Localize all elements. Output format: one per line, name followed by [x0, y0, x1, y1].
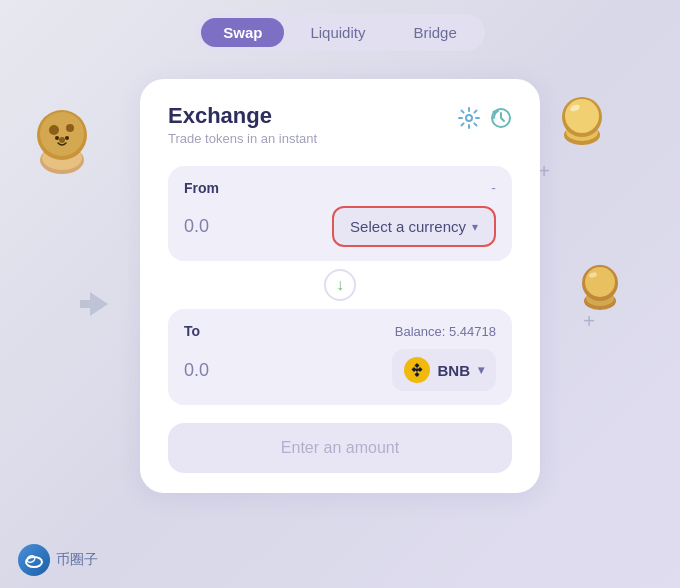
svg-marker-23 [414, 363, 419, 368]
history-icon [490, 107, 512, 129]
card-icon-group [458, 107, 512, 129]
svg-point-9 [564, 125, 600, 145]
svg-point-7 [55, 136, 59, 140]
svg-point-19 [588, 271, 597, 278]
tab-bar: Swap Liquidity Bridge [195, 14, 485, 51]
svg-marker-25 [414, 372, 419, 377]
plus-decoration-1: + [538, 160, 550, 183]
tab-bridge[interactable]: Bridge [391, 18, 478, 47]
from-panel-bottom-row: 0.0 Select a currency ▾ [184, 206, 496, 247]
settings-button[interactable] [458, 107, 480, 129]
from-panel: From - 0.0 Select a currency ▾ [168, 166, 512, 261]
svg-point-8 [65, 136, 69, 140]
svg-point-12 [565, 99, 599, 133]
svg-point-10 [566, 123, 598, 141]
tab-swap[interactable]: Swap [201, 18, 284, 47]
select-currency-chevron-icon: ▾ [472, 220, 478, 234]
svg-point-16 [586, 290, 614, 306]
from-panel-top-row: From - [184, 180, 496, 196]
arrow-decoration-left [80, 290, 108, 322]
card-title: Exchange [168, 103, 317, 129]
coin-decoration-right-top [555, 90, 610, 149]
to-balance: Balance: 5.44718 [395, 324, 496, 339]
to-panel: To Balance: 5.44718 0.0 BNB ▾ [168, 309, 512, 405]
svg-point-5 [66, 124, 74, 132]
exchange-card: Exchange Trade tokens in an instant [140, 79, 540, 493]
swap-direction-button[interactable]: ↓ [324, 269, 356, 301]
svg-point-15 [584, 292, 616, 310]
watermark-icon [18, 544, 50, 576]
svg-point-20 [466, 115, 472, 121]
to-panel-bottom-row: 0.0 BNB ▾ [184, 349, 496, 391]
svg-point-13 [569, 103, 580, 112]
to-amount: 0.0 [184, 360, 209, 381]
to-panel-top-row: To Balance: 5.44718 [184, 323, 496, 339]
svg-point-0 [40, 146, 84, 174]
svg-point-17 [582, 265, 618, 301]
svg-point-4 [49, 125, 59, 135]
svg-point-18 [585, 267, 615, 297]
settings-icon [458, 107, 480, 129]
from-dash: - [491, 180, 496, 196]
svg-point-3 [40, 112, 84, 156]
card-header: Exchange Trade tokens in an instant [168, 103, 512, 146]
arrow-down-icon: ↓ [336, 276, 344, 294]
token-chevron-icon: ▾ [478, 363, 484, 377]
card-title-section: Exchange Trade tokens in an instant [168, 103, 317, 146]
bnb-icon [404, 357, 430, 383]
tab-liquidity[interactable]: Liquidity [288, 18, 387, 47]
svg-point-2 [37, 110, 87, 160]
plus-decoration-2: + [583, 310, 595, 333]
select-currency-button[interactable]: Select a currency ▾ [332, 206, 496, 247]
coin-decoration-right-bottom [575, 260, 625, 314]
svg-point-1 [42, 146, 82, 170]
swap-arrow-container: ↓ [168, 269, 512, 301]
svg-marker-14 [80, 292, 108, 316]
svg-point-11 [562, 97, 602, 137]
history-button[interactable] [490, 107, 512, 129]
to-label: To [184, 323, 200, 339]
select-currency-label: Select a currency [350, 218, 466, 235]
token-label: BNB [438, 362, 471, 379]
watermark: 币圈子 [18, 544, 98, 576]
watermark-text: 币圈子 [56, 551, 98, 569]
bnb-token-button[interactable]: BNB ▾ [392, 349, 497, 391]
enter-amount-button[interactable]: Enter an amount [168, 423, 512, 473]
from-amount: 0.0 [184, 216, 209, 237]
svg-point-29 [26, 554, 36, 563]
coin-decoration-left [30, 100, 95, 179]
card-subtitle: Trade tokens in an instant [168, 131, 317, 146]
from-label: From [184, 180, 219, 196]
svg-point-6 [59, 137, 65, 143]
